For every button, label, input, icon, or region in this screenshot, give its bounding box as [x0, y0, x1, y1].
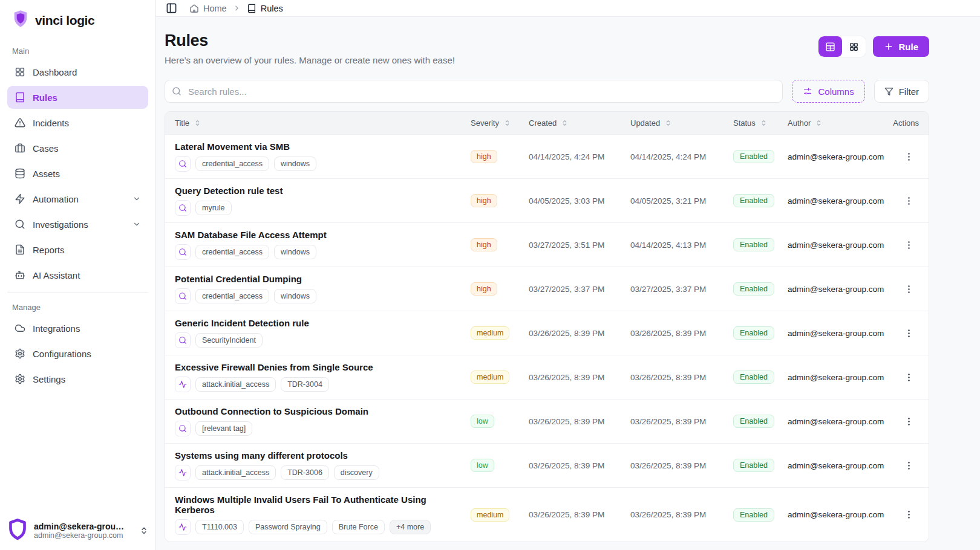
- table-header-row: TitleSeverityCreatedUpdatedStatusAuthorA…: [165, 112, 929, 134]
- row-actions-button[interactable]: [900, 325, 918, 342]
- row-actions-button[interactable]: [900, 457, 918, 474]
- alert-triangle-icon: [15, 117, 25, 128]
- sidebar-toggle-button[interactable]: [163, 0, 180, 16]
- column-header-label: Severity: [471, 118, 499, 128]
- rule-title: Potential Credential Dumping: [175, 274, 461, 284]
- author-cell: admin@sekera-group.com: [788, 241, 889, 250]
- column-header-updated[interactable]: Updated: [630, 118, 733, 128]
- row-actions-button[interactable]: [900, 236, 918, 254]
- search-input[interactable]: [165, 80, 783, 103]
- column-header-label: Updated: [630, 118, 660, 128]
- rule-title: Excessive Firewall Denies from Single So…: [175, 362, 461, 372]
- row-actions-button[interactable]: [900, 192, 918, 210]
- severity-badge: high: [471, 194, 497, 207]
- grid-view-button[interactable]: [842, 36, 866, 57]
- home-icon: [189, 4, 199, 13]
- severity-cell: high: [471, 282, 529, 296]
- sidebar-item-incidents[interactable]: Incidents: [7, 111, 148, 134]
- filter-button[interactable]: Filter: [874, 80, 929, 103]
- status-cell: Enabled: [733, 326, 788, 340]
- table-row[interactable]: Excessive Firewall Denies from Single So…: [165, 355, 929, 399]
- breadcrumb-home[interactable]: Home: [189, 4, 227, 13]
- chevron-right-icon: [233, 4, 241, 12]
- add-rule-button[interactable]: Rule: [873, 36, 929, 57]
- status-badge: Enabled: [733, 238, 774, 251]
- status-cell: Enabled: [733, 282, 788, 296]
- column-header-label: Author: [788, 118, 811, 128]
- search-field: [165, 80, 783, 103]
- rule-title: Lateral Movement via SMB: [175, 141, 461, 152]
- zap-icon: [15, 193, 25, 204]
- rule-title: Query Detection rule test: [175, 186, 461, 196]
- row-actions-button[interactable]: [900, 369, 918, 386]
- severity-badge: medium: [471, 326, 509, 340]
- rule-title: Systems using many different protocols: [175, 450, 461, 461]
- tag-pill: TDR-3006: [281, 465, 329, 480]
- rule-tags: credential_accesswindows: [175, 244, 461, 260]
- filter-label: Filter: [899, 86, 919, 97]
- status-badge: Enabled: [733, 508, 774, 522]
- sidebar-item-cases[interactable]: Cases: [7, 137, 148, 160]
- sidebar-item-configurations[interactable]: Configurations: [7, 342, 148, 365]
- author-cell: admin@sekera-group.com: [788, 152, 889, 161]
- sidebar-item-assets[interactable]: Assets: [7, 162, 148, 185]
- rule-type-chip: [175, 421, 191, 436]
- sidebar-item-reports[interactable]: Reports: [7, 238, 148, 261]
- sidebar-item-automation[interactable]: Automation: [7, 187, 148, 210]
- columns-button[interactable]: Columns: [792, 80, 864, 103]
- column-header-author[interactable]: Author: [788, 118, 889, 128]
- sidebar-section-label-manage: Manage: [12, 303, 143, 312]
- breadcrumb-current[interactable]: Rules: [247, 4, 283, 13]
- status-badge: Enabled: [733, 150, 774, 163]
- rule-type-chip: [175, 156, 191, 172]
- severity-cell: medium: [471, 508, 529, 522]
- severity-badge: low: [471, 459, 494, 472]
- table-row[interactable]: Outbound Connection to Suspicious Domain…: [165, 399, 929, 443]
- sidebar-item-rules[interactable]: Rules: [7, 86, 148, 109]
- breadcrumb: Home Rules: [189, 4, 283, 13]
- sidebar-item-integrations[interactable]: Integrations: [7, 317, 148, 340]
- sort-icon: [815, 119, 823, 127]
- table-row[interactable]: Systems using many different protocolsat…: [165, 443, 929, 487]
- sliders-icon: [803, 86, 812, 96]
- user-shield-avatar: [7, 518, 28, 543]
- table-row[interactable]: Lateral Movement via SMBcredential_acces…: [165, 134, 929, 178]
- search-icon: [15, 219, 25, 230]
- table-view-button[interactable]: [818, 36, 842, 57]
- table-row[interactable]: SAM Database File Access Attemptcredenti…: [165, 222, 929, 267]
- table-row[interactable]: Windows Multiple Invalid Users Fail To A…: [165, 487, 929, 542]
- sidebar-item-settings[interactable]: Settings: [7, 367, 148, 390]
- column-header-severity[interactable]: Severity: [471, 118, 529, 128]
- report-icon: [15, 244, 25, 255]
- tag-pill: windows: [274, 245, 316, 259]
- tag-pill: SecurityIncident: [195, 333, 263, 348]
- sort-icon: [760, 119, 768, 127]
- severity-badge: high: [471, 282, 497, 296]
- row-actions-button[interactable]: [900, 280, 918, 298]
- brand-shield-icon: [12, 10, 29, 31]
- row-actions-button[interactable]: [900, 506, 918, 523]
- table-row[interactable]: Potential Credential Dumpingcredential_a…: [165, 267, 929, 311]
- table-row[interactable]: Generic Incident Detection ruleSecurityI…: [165, 311, 929, 355]
- row-actions-button[interactable]: [900, 413, 918, 430]
- status-badge: Enabled: [733, 370, 774, 384]
- search-icon: [172, 86, 181, 96]
- column-header-label: Status: [733, 118, 756, 128]
- updated-cell: 03/26/2025, 8:39 PM: [630, 417, 733, 426]
- sidebar-item-dashboard[interactable]: Dashboard: [7, 60, 148, 83]
- status-cell: Enabled: [733, 508, 788, 522]
- tag-pill: T1110.003: [195, 520, 244, 534]
- tag-pill: [relevant tag]: [195, 421, 252, 436]
- page-head: Rules Here’s an overview of your rules. …: [165, 31, 929, 65]
- column-header-title[interactable]: Title: [165, 118, 471, 128]
- row-actions-button[interactable]: [900, 148, 918, 166]
- sidebar-item-ai-assistant[interactable]: AI Assistant: [7, 264, 148, 286]
- sidebar-item-investigations[interactable]: Investigations: [7, 213, 148, 236]
- updated-cell: 03/26/2025, 8:39 PM: [630, 461, 733, 470]
- column-header-status[interactable]: Status: [733, 118, 788, 128]
- column-header-created[interactable]: Created: [529, 118, 630, 128]
- rule-type-chip: [175, 465, 191, 480]
- actions-cell: [889, 369, 929, 386]
- user-menu[interactable]: admin@sekera-group.com admin@sekera-grou…: [7, 518, 148, 543]
- table-row[interactable]: Query Detection rule testmyrulehigh04/05…: [165, 178, 929, 222]
